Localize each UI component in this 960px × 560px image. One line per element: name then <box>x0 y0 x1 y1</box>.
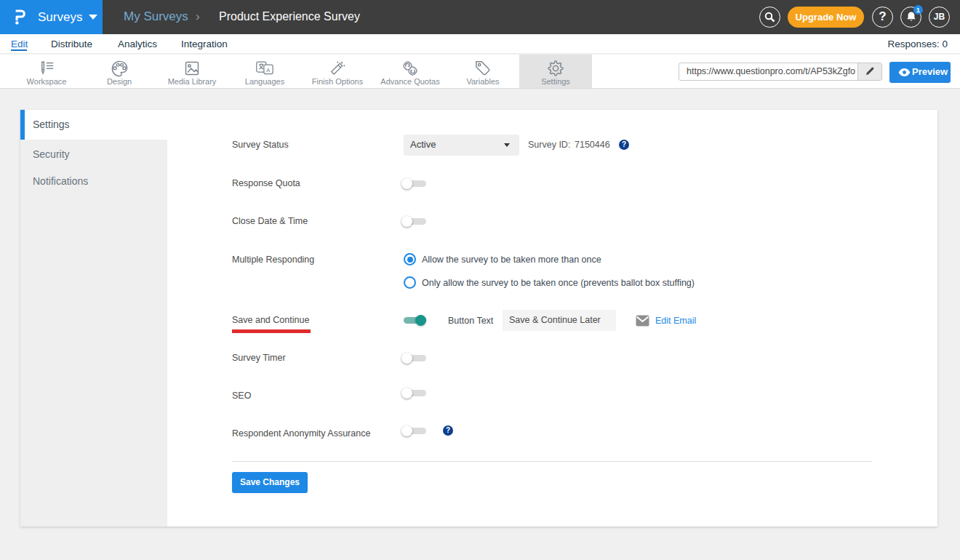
svg-text:A: A <box>266 67 270 73</box>
